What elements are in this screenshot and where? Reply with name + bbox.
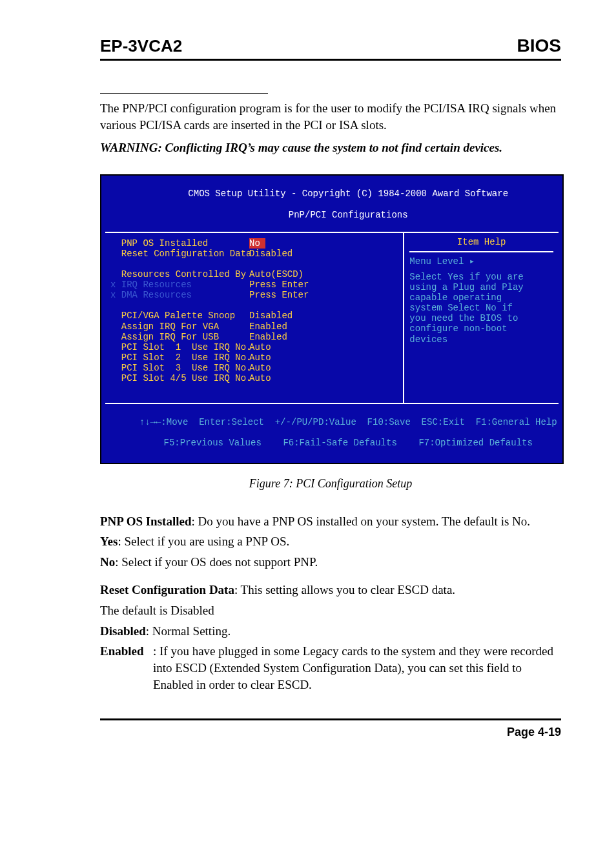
menu-level: Menu Level ▸ bbox=[409, 256, 553, 267]
page-header: EP-3VCA2 BIOS bbox=[100, 36, 561, 61]
bios-row-value: Auto bbox=[249, 373, 271, 383]
bios-title-line2: PnP/PCI Configurations bbox=[289, 210, 408, 220]
bios-row-label: Resources Controlled By bbox=[110, 269, 249, 280]
bios-row-value: Auto bbox=[249, 342, 271, 352]
warning-text: WARNING: Conflicting IRQ’s may cause the… bbox=[100, 141, 561, 155]
descriptions: PNP OS Installed: Do you have a PNP OS i… bbox=[100, 513, 561, 693]
bios-settings-column: PNP OS InstalledNo Reset Configuration D… bbox=[105, 233, 404, 403]
bios-row-value: Enabled bbox=[249, 321, 287, 332]
bios-row-label: PNP OS Installed bbox=[110, 238, 249, 249]
bios-row-label: PCI Slot 2 Use IRQ No. bbox=[110, 352, 249, 363]
bios-row-label: PCI Slot 3 Use IRQ No. bbox=[110, 363, 249, 373]
bios-title-line1: CMOS Setup Utility - Copyright (C) 1984-… bbox=[188, 188, 508, 199]
pnp-title: PNP OS Installed bbox=[100, 514, 191, 528]
bios-row-label: Reset Configuration Data bbox=[110, 249, 249, 259]
page-number: Page 4-19 bbox=[507, 726, 561, 738]
bios-row-label: PCI Slot 4/5 Use IRQ No. bbox=[110, 373, 249, 383]
bios-row[interactable] bbox=[110, 300, 398, 310]
header-left: EP-3VCA2 bbox=[100, 36, 182, 56]
bios-row-label bbox=[110, 300, 249, 310]
bios-row-label: x DMA Resources bbox=[110, 290, 249, 300]
help-text: Select Yes if you are using a Plug and P… bbox=[409, 272, 553, 345]
no-body: : Select if your OS does not support PNP… bbox=[115, 555, 318, 569]
bios-row-value: Disabled bbox=[249, 310, 293, 321]
reset-body: : This setting allows you to clear ESCD … bbox=[234, 583, 455, 596]
bios-row[interactable]: x IRQ ResourcesPress Enter bbox=[110, 280, 398, 290]
bios-row[interactable]: x DMA ResourcesPress Enter bbox=[110, 290, 398, 300]
bios-row-value: Disabled bbox=[249, 249, 293, 259]
bios-row-value: Auto bbox=[249, 363, 271, 373]
reset-default: The default is Disabled bbox=[100, 602, 561, 619]
header-right: BIOS bbox=[517, 36, 561, 56]
bios-footer: ↑↓→←:Move Enter:Select +/-/PU/PD:Value F… bbox=[101, 404, 562, 462]
bios-row-label: Assign IRQ For VGA bbox=[110, 321, 249, 332]
bios-row[interactable]: PCI Slot 2 Use IRQ No.Auto bbox=[110, 352, 398, 363]
bios-row[interactable]: PCI Slot 3 Use IRQ No.Auto bbox=[110, 363, 398, 373]
bios-row[interactable]: Reset Configuration DataDisabled bbox=[110, 249, 398, 259]
disabled-body: : Normal Setting. bbox=[146, 624, 231, 638]
bios-row-value: Press Enter bbox=[249, 280, 309, 290]
bios-row-value: Press Enter bbox=[249, 290, 309, 300]
page-footer: Page 4-19 bbox=[100, 718, 561, 739]
pnp-body: : Do you have a PNP OS installed on your… bbox=[191, 514, 530, 528]
bios-footer-line2: F5:Previous Values F6:Fail-Safe Defaults… bbox=[164, 438, 533, 448]
reset-title: Reset Configuration Data bbox=[100, 583, 234, 596]
bios-row[interactable]: PCI Slot 4/5 Use IRQ No.Auto bbox=[110, 373, 398, 383]
bios-row-value: No bbox=[249, 238, 265, 249]
yes-label: Yes bbox=[100, 534, 118, 548]
bios-row[interactable]: PCI Slot 1 Use IRQ No.Auto bbox=[110, 342, 398, 352]
bios-row-label bbox=[110, 259, 249, 269]
bios-help-column: Item Help Menu Level ▸ Select Yes if you… bbox=[404, 233, 559, 403]
bios-row[interactable]: PNP OS InstalledNo bbox=[110, 238, 398, 249]
figure-caption: Figure 7: PCI Configuration Setup bbox=[100, 477, 561, 491]
bios-row-label: PCI Slot 1 Use IRQ No. bbox=[110, 342, 249, 352]
bios-screen: CMOS Setup Utility - Copyright (C) 1984-… bbox=[100, 174, 564, 463]
bios-row[interactable] bbox=[110, 259, 398, 269]
enabled-label: Enabled bbox=[100, 643, 153, 660]
item-help-title: Item Help bbox=[409, 233, 553, 252]
bios-row[interactable]: Resources Controlled ByAuto(ESCD) bbox=[110, 269, 398, 280]
yes-body: : Select if you are using a PNP OS. bbox=[118, 534, 289, 548]
bios-row[interactable]: PCI/VGA Palette SnoopDisabled bbox=[110, 310, 398, 321]
enabled-body: : If you have plugged in some Legacy car… bbox=[153, 644, 553, 691]
bios-row-value: Enabled bbox=[249, 332, 287, 342]
bios-row-label: PCI/VGA Palette Snoop bbox=[110, 310, 249, 321]
no-label: No bbox=[100, 555, 115, 569]
bios-row[interactable]: Assign IRQ For USBEnabled bbox=[110, 332, 398, 342]
bios-title: CMOS Setup Utility - Copyright (C) 1984-… bbox=[101, 176, 562, 231]
bios-row-label: x IRQ Resources bbox=[110, 280, 249, 290]
bios-row-label: Assign IRQ For USB bbox=[110, 332, 249, 342]
bios-row-value: Auto bbox=[249, 352, 271, 363]
bios-row[interactable]: Assign IRQ For VGAEnabled bbox=[110, 321, 398, 332]
bios-footer-line1: ↑↓→←:Move Enter:Select +/-/PU/PD:Value F… bbox=[139, 417, 557, 427]
disabled-label: Disabled bbox=[100, 624, 146, 638]
section-rule bbox=[100, 93, 268, 94]
bios-row-value: Auto(ESCD) bbox=[249, 269, 303, 280]
intro-text: The PNP/PCI configuration program is for… bbox=[100, 100, 561, 133]
